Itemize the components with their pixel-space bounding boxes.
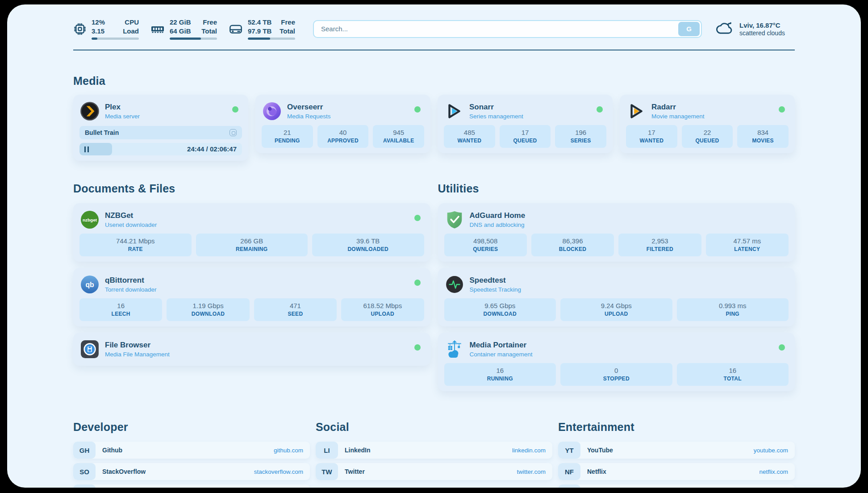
app-card-speedtest[interactable]: Speedtest Speedtest Tracking 9.65 GbpsDO… xyxy=(438,268,795,326)
app-subtitle: Speedtest Tracking xyxy=(470,286,522,293)
header-divider xyxy=(73,50,795,50)
dashboard-panel: 12%CPU 3.15Load 22 GiBFree 64 GiBTotal xyxy=(7,4,861,488)
status-dot xyxy=(414,280,421,286)
stat-box: 945AVAILABLE xyxy=(373,125,424,148)
bookmark-name: Github xyxy=(96,442,274,459)
status-dot xyxy=(597,106,603,113)
bookmark-url: linkedin.com xyxy=(512,442,552,459)
stat-box: 9.65 GbpsDOWNLOAD xyxy=(444,298,556,321)
now-playing-title: Bullet Train xyxy=(85,129,119,136)
ram-total-value: 64 GiB xyxy=(170,27,191,36)
app-subtitle: Media server xyxy=(105,113,140,120)
stat-box: 744.21 MbpsRATE xyxy=(79,234,192,256)
bookmark-linkedin[interactable]: LI LinkedIn linkedin.com xyxy=(316,442,552,459)
bookmark-stackoverflow[interactable]: SO StackOverflow stackoverflow.com xyxy=(73,463,310,480)
nzbget-icon: nzbget xyxy=(80,210,99,229)
app-name: qBittorrent xyxy=(105,276,157,285)
cpu-progress-bar xyxy=(92,38,139,40)
cpu-widget: 12%CPU 3.15Load xyxy=(73,18,139,40)
disk-total-label: Total xyxy=(280,27,295,36)
bookmark-abbr: GH xyxy=(73,442,96,459)
filebrowser-icon xyxy=(80,340,99,359)
stat-box: 16TOTAL xyxy=(677,363,789,386)
app-card-adguard[interactable]: AdGuard Home DNS and adblocking 498,508Q… xyxy=(438,203,795,262)
status-dot xyxy=(232,106,238,113)
bookmark-github[interactable]: GH Github github.com xyxy=(73,442,310,459)
app-subtitle: Series management xyxy=(469,113,523,120)
ram-widget: 22 GiBFree 64 GiBTotal xyxy=(150,18,217,40)
stat-box: 39.6 TBDOWNLOADED xyxy=(312,234,424,256)
app-subtitle: Movie management xyxy=(651,113,705,120)
status-dot xyxy=(414,344,421,351)
app-card-sonarr[interactable]: Sonarr Series management 485WANTED 17QUE… xyxy=(438,95,613,153)
weather-location-temp: Lviv, 16.87°C xyxy=(739,21,785,29)
stat-box: 47.57 msLATENCY xyxy=(706,234,789,256)
section-title-developer: Developer xyxy=(73,421,310,434)
app-card-plex[interactable]: Plex Media server Bullet Train 24:44 / 0… xyxy=(73,95,248,161)
overseerr-icon xyxy=(263,102,281,121)
bookmark-netflix[interactable]: NF Netflix netflix.com xyxy=(558,463,795,480)
playback-time: 24:44 / 02:06:47 xyxy=(187,145,237,153)
qbittorrent-icon: qb xyxy=(80,275,99,294)
bookmark-group-social: Social LI LinkedIn linkedin.com TW Twitt… xyxy=(316,421,552,488)
status-dot xyxy=(779,344,785,351)
svg-text:qb: qb xyxy=(85,281,94,288)
app-subtitle: Media Requests xyxy=(287,113,331,120)
bookmark-url: youtube.com xyxy=(754,442,795,459)
app-card-overseerr[interactable]: Overseerr Media Requests 21PENDING 40APP… xyxy=(255,95,430,153)
bookmark-youtube[interactable]: YT YouTube youtube.com xyxy=(558,442,795,459)
status-dot xyxy=(414,106,421,113)
bookmark-abbr: YT xyxy=(558,442,580,459)
app-name: Speedtest xyxy=(470,276,522,285)
app-card-portainer[interactable]: Media Portainer Container management 16R… xyxy=(438,333,795,391)
now-playing-row: Bullet Train xyxy=(79,126,242,139)
stat-box: 196SERIES xyxy=(555,125,606,148)
weather-widget: Lviv, 16.87°C scattered clouds xyxy=(715,21,795,38)
bookmark-dev[interactable]: DT DEV dev.to xyxy=(73,485,310,488)
bookmark-twitter[interactable]: TW Twitter twitter.com xyxy=(316,463,552,480)
top-bar: 12%CPU 3.15Load 22 GiBFree 64 GiBTotal xyxy=(73,18,795,40)
bookmark-abbr: SO xyxy=(73,463,96,480)
bookmark-group-developer: Developer GH Github github.com SO StackO… xyxy=(73,421,310,488)
app-card-filebrowser[interactable]: File Browser Media File Management xyxy=(73,333,430,366)
bookmark-abbr: TW xyxy=(316,463,338,480)
app-name: Media Portainer xyxy=(470,341,533,350)
app-card-nzbget[interactable]: nzbget NZBGet Usenet downloader 744.21 M… xyxy=(73,203,430,262)
app-name: NZBGet xyxy=(105,211,157,220)
disk-free-value: 52.4 TB xyxy=(248,18,271,27)
section-title-social: Social xyxy=(316,421,552,434)
pause-icon[interactable] xyxy=(84,146,89,152)
search-input[interactable] xyxy=(314,25,678,33)
app-card-radarr[interactable]: Radarr Movie management 17WANTED 22QUEUE… xyxy=(620,95,795,153)
cpu-usage-label: CPU xyxy=(125,18,139,27)
section-title-documents: Documents & Files xyxy=(73,182,430,195)
search-engine-button[interactable]: G xyxy=(678,22,700,36)
stat-box: 21PENDING xyxy=(262,125,313,148)
app-name: Sonarr xyxy=(469,103,523,112)
stat-box: 17QUEUED xyxy=(500,125,551,148)
speedtest-icon xyxy=(445,275,464,294)
ram-total-label: Total xyxy=(201,27,217,36)
cloud-icon xyxy=(715,21,734,38)
ram-progress-bar xyxy=(170,38,217,40)
app-card-qbittorrent[interactable]: qb qBittorrent Torrent downloader 16LEEC… xyxy=(73,268,430,326)
status-dot xyxy=(779,106,785,113)
bookmark-group-entertainment: Entertainment YT YouTube youtube.com NF … xyxy=(558,421,795,488)
bookmark-name: Reddit xyxy=(580,485,760,488)
disk-icon xyxy=(229,22,243,36)
status-dot xyxy=(414,215,421,221)
bookmark-name: LinkedIn xyxy=(338,442,512,459)
bookmark-abbr: DT xyxy=(73,485,96,488)
bookmark-name: Netflix xyxy=(580,463,759,480)
stat-box: 471SEED xyxy=(254,298,337,321)
bookmark-reddit[interactable]: RE Reddit reddit.com xyxy=(558,485,795,488)
playback-progress-bar: 24:44 / 02:06:47 xyxy=(79,143,242,155)
ram-free-value: 22 GiB xyxy=(170,18,191,27)
stat-box: 266 GBREMAINING xyxy=(196,234,308,256)
ram-free-label: Free xyxy=(203,18,217,27)
stat-box: 498,508QUERIES xyxy=(444,234,527,256)
cpu-load-label: Load xyxy=(123,27,139,36)
app-name: Plex xyxy=(105,103,140,112)
view-session-icon[interactable] xyxy=(230,129,237,136)
disk-progress-bar xyxy=(248,38,295,40)
